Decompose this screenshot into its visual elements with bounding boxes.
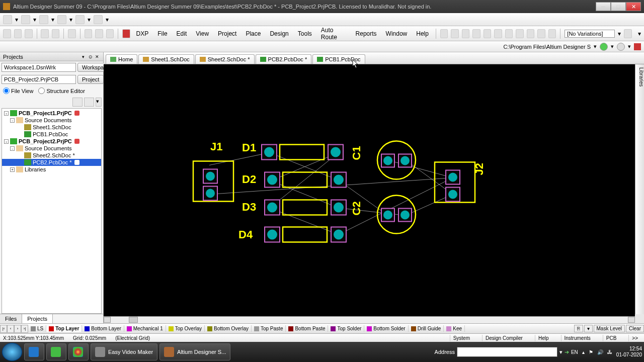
clear-button[interactable]: Clear (626, 325, 644, 332)
tree-project[interactable]: -PCB_Project2.PrjPC (2, 138, 101, 145)
grid-icon[interactable] (94, 15, 103, 24)
ltab-mech1[interactable]: Mechanical 1 (124, 325, 166, 332)
close-button[interactable]: ✕ (626, 2, 641, 11)
ltab-tpaste[interactable]: Top Paste (252, 325, 286, 332)
menu-autoroute[interactable]: Auto Route (318, 26, 350, 42)
status-more[interactable]: >> (628, 335, 641, 341)
zoom-fit-icon[interactable] (85, 29, 93, 38)
close-panel-icon[interactable]: ✕ (95, 54, 100, 59)
tool-icon[interactable] (75, 15, 85, 24)
tool-icon[interactable] (440, 29, 448, 38)
menu-tools[interactable]: Tools (295, 29, 315, 38)
address-input[interactable] (457, 347, 557, 357)
tab-pcb1[interactable]: PCB1.PcbDoc (312, 54, 365, 64)
horizontal-scrollbar[interactable] (104, 316, 635, 323)
tool-icon[interactable] (39, 15, 48, 24)
menu-help[interactable]: Help (413, 29, 432, 38)
new-icon[interactable] (3, 29, 11, 38)
scroll-left-icon[interactable] (104, 317, 111, 323)
minimize-button[interactable]: ─ (596, 2, 611, 11)
tool-icon[interactable] (472, 29, 480, 38)
maximize-button[interactable]: □ (611, 2, 626, 11)
ltab-toverlay[interactable]: Top Overlay (166, 325, 205, 332)
tab-home[interactable]: Home (106, 54, 137, 64)
home-icon[interactable] (634, 43, 641, 50)
panel-dropdown-icon[interactable]: ▾ (96, 98, 102, 107)
ltab-bottom[interactable]: Bottom Layer (82, 325, 124, 332)
tool-icon[interactable] (21, 15, 30, 24)
status-help[interactable]: Help (535, 335, 552, 341)
ltab-tsolder[interactable]: Top Solder (328, 325, 364, 332)
menu-dxp[interactable]: DXP (133, 29, 152, 38)
status-pcb[interactable]: PCB (603, 335, 620, 341)
pin-icon[interactable]: ⊙ (89, 54, 94, 59)
network-icon[interactable]: 🖧 (607, 349, 612, 355)
tool-icon[interactable] (548, 29, 556, 38)
clock[interactable]: 12:54 01-07-2020 (616, 346, 642, 358)
tray-up-icon[interactable]: ▴ (582, 349, 585, 355)
go-icon[interactable]: ➔ (565, 349, 569, 355)
ltab-keep[interactable]: Kee (444, 325, 465, 332)
tree-project[interactable]: -PCB_Project1.PrjPC (2, 110, 101, 117)
flag-icon[interactable] (122, 29, 130, 38)
mask-button[interactable]: Mask Level (594, 325, 625, 332)
collapse-icon[interactable]: ▾ (82, 54, 87, 59)
status-instruments[interactable]: Instruments (561, 335, 594, 341)
tree-doc[interactable]: Sheet2.SchDoc * (2, 152, 101, 159)
ltab-ls[interactable]: LS (28, 325, 46, 332)
tool-icon[interactable] (494, 29, 502, 38)
menu-project[interactable]: Project (215, 29, 239, 38)
zoom-area-icon[interactable] (95, 29, 103, 38)
project-tree[interactable]: -PCB_Project1.PrjPC -Source Documents Sh… (2, 108, 102, 314)
tool-icon[interactable] (451, 29, 459, 38)
nav-fwd-icon[interactable] (617, 43, 625, 51)
ltab-next-icon[interactable]: › (14, 325, 21, 333)
menu-window[interactable]: Window (383, 29, 411, 38)
status-compiler[interactable]: Design Compiler (482, 335, 526, 341)
layers-icon[interactable] (68, 29, 76, 38)
taskbar-pinned[interactable] (68, 343, 89, 360)
ltab-bsolder[interactable]: Bottom Solder (364, 325, 408, 332)
system-tray[interactable]: EN ▴ ⚑ 🔊 🖧 12:54 01-07-2020 (571, 346, 642, 358)
project-button[interactable]: Project (77, 75, 104, 84)
tab-pcb2[interactable]: PCB2.PcbDoc * (256, 54, 312, 64)
nav-back-icon[interactable] (600, 43, 608, 51)
tree-folder[interactable]: -Source Documents (2, 145, 101, 152)
ltab-last-icon[interactable]: ›| (21, 325, 28, 333)
tree-folder[interactable]: +Libraries (2, 166, 101, 173)
ltab-boverlay[interactable]: Bottom Overlay (205, 325, 252, 332)
lang-indicator[interactable]: EN (571, 349, 578, 355)
ltab-top[interactable]: Top Layer (46, 325, 82, 332)
ltab-prev-icon[interactable]: ‹ (7, 325, 14, 333)
text-icon[interactable] (537, 29, 545, 38)
menu-file[interactable]: File (154, 29, 170, 38)
status-system[interactable]: System (450, 335, 473, 341)
variations-dropdown[interactable]: [No Variations] (565, 30, 615, 38)
tree-doc[interactable]: Sheet1.SchDoc (2, 124, 101, 131)
menu-place[interactable]: Place (243, 29, 264, 38)
zoom-icon[interactable] (106, 29, 114, 38)
preview-icon[interactable] (52, 29, 60, 38)
pcb-canvas[interactable]: J1 D1 D2 D3 D4 (104, 64, 635, 316)
tool-icon[interactable] (462, 29, 470, 38)
menu-design[interactable]: Design (267, 29, 291, 38)
panel-tool-icon[interactable] (72, 98, 83, 107)
open-icon[interactable] (14, 29, 22, 38)
files-tab[interactable]: Files (0, 314, 22, 323)
panel-tool-icon[interactable] (84, 98, 94, 107)
scroll-right-icon[interactable] (628, 317, 635, 323)
workspace-input[interactable] (2, 63, 76, 72)
ltab-drill[interactable]: Drill Guide (409, 325, 444, 332)
menu-view[interactable]: View (193, 29, 212, 38)
flag-icon[interactable]: ⚑ (589, 349, 593, 355)
fileview-radio[interactable]: File View (3, 87, 33, 94)
menu-edit[interactable]: Edit (174, 29, 190, 38)
tool-icon[interactable] (624, 29, 632, 38)
tab-sheet1[interactable]: Sheet1.SchDoc (138, 54, 194, 64)
taskbar-app-evm[interactable]: Easy Video Maker (91, 343, 157, 360)
tool-icon[interactable] (57, 15, 66, 24)
dropdown-icon[interactable]: ▾ (584, 325, 593, 332)
menu-reports[interactable]: Reports (353, 29, 380, 38)
tool-icon[interactable] (516, 29, 524, 38)
tool-icon[interactable] (484, 29, 492, 38)
